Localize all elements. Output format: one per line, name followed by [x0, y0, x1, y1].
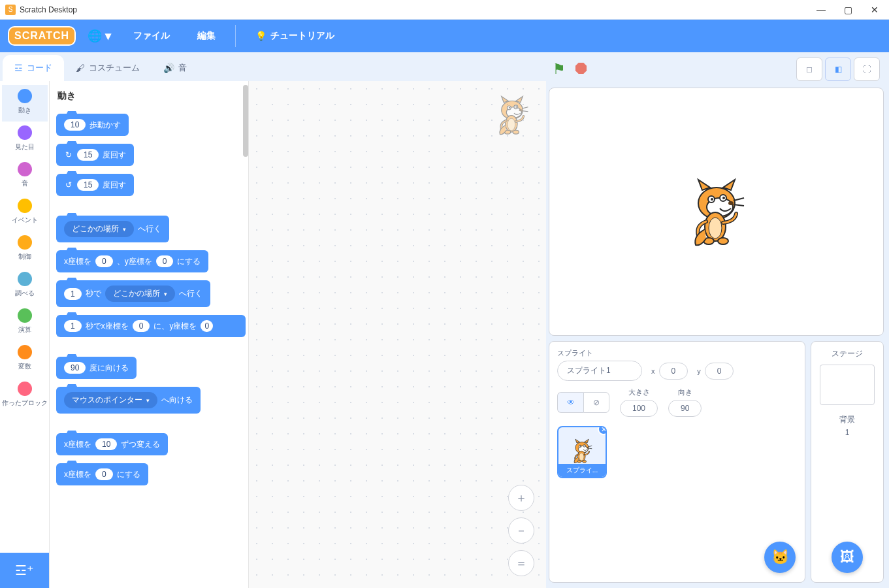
goto-y-value[interactable]: 0	[156, 255, 174, 267]
sprite-on-stage[interactable]	[684, 176, 749, 248]
stage-full-button[interactable]: ⛶	[854, 57, 880, 81]
category-variables[interactable]: 変数	[2, 341, 48, 378]
block-set-x[interactable]: x座標を 0 にする	[56, 463, 148, 485]
tab-sounds-label: 音	[178, 62, 187, 74]
palette-heading: 動き	[57, 90, 243, 102]
category-myblocks[interactable]: 作ったブロック	[2, 378, 48, 414]
sprite-tile[interactable]: ✕ スプライ...	[557, 426, 607, 478]
category-sensing[interactable]: 調べる	[2, 268, 48, 304]
stage-thumbnail[interactable]	[820, 365, 875, 405]
show-sprite-button[interactable]: 👁	[557, 392, 583, 413]
point-towards-dropdown[interactable]: マウスのポインター	[64, 392, 157, 408]
stage-large-button[interactable]: ◧	[825, 57, 851, 81]
sprite-panel-title: スプライト	[557, 348, 797, 358]
block-change-x[interactable]: x座標を 10 ずつ変える	[56, 433, 168, 455]
green-flag-button[interactable]: ⚑	[553, 61, 566, 78]
add-backdrop-button[interactable]: 🖼	[832, 542, 863, 573]
category-operators[interactable]: 演算	[2, 304, 48, 341]
script-workspace[interactable]: ＋ － ＝	[249, 81, 546, 588]
stop-button[interactable]	[575, 62, 587, 76]
tutorials-label: チュートリアル	[270, 30, 334, 42]
block-text: へ行く	[179, 288, 202, 299]
edit-menu[interactable]: 編集	[187, 30, 226, 42]
block-glide-menu[interactable]: 1 秒で どこかの場所 へ行く	[56, 280, 210, 307]
category-events[interactable]: イベント	[2, 195, 48, 231]
category-label: 演算	[2, 325, 48, 335]
block-text: 秒で	[86, 288, 101, 299]
block-turn-ccw[interactable]: ↺ 15 度回す	[56, 174, 134, 196]
goto-menu-dropdown[interactable]: どこかの場所	[64, 221, 134, 237]
eye-off-icon: ⊘	[593, 398, 600, 407]
tutorials-button[interactable]: 💡 チュートリアル	[245, 30, 345, 42]
glidexy-y-value[interactable]: 0	[201, 320, 213, 332]
hide-sprite-button[interactable]: ⊘	[583, 392, 609, 413]
glide-menu-dropdown[interactable]: どこかの場所	[105, 286, 175, 302]
block-point-towards[interactable]: マウスのポインター へ向ける	[56, 387, 201, 414]
point-dir-value[interactable]: 90	[64, 362, 86, 374]
add-sprite-button[interactable]: 🐱	[764, 542, 796, 573]
block-text: 度回す	[103, 150, 126, 161]
block-point-direction[interactable]: 90 度に向ける	[56, 357, 137, 379]
glidexy-secs-value[interactable]: 1	[64, 320, 82, 332]
backdrop-label: 背景	[839, 414, 855, 425]
stage-small-button[interactable]: ◻	[796, 57, 822, 81]
tab-costumes-label: コスチューム	[89, 62, 140, 74]
sprite-y-input[interactable]: 0	[705, 363, 734, 380]
category-color-icon	[18, 162, 32, 176]
category-motion[interactable]: 動き	[2, 85, 48, 122]
equals-icon: ＝	[515, 555, 527, 571]
set-x-value[interactable]: 0	[95, 468, 113, 480]
category-sound[interactable]: 音	[2, 158, 48, 195]
block-palette: 動き 10 歩動かす ↻ 15 度回す ↺ 15 度回す どこかの場	[50, 81, 249, 588]
block-text: 、y座標を	[117, 256, 152, 267]
sprite-size-input[interactable]: 100	[620, 400, 658, 417]
file-menu[interactable]: ファイル	[123, 30, 180, 42]
cat-plus-icon: 🐱	[771, 549, 789, 566]
code-icon: ☲	[14, 63, 23, 73]
visibility-toggle: 👁 ⊘	[557, 392, 609, 413]
tab-code[interactable]: ☲ コード	[3, 55, 64, 81]
category-looks[interactable]: 見た目	[2, 122, 48, 158]
glide-secs-value[interactable]: 1	[64, 288, 82, 300]
turn-cw-value[interactable]: 15	[77, 149, 99, 161]
move-steps-value[interactable]: 10	[64, 119, 86, 131]
tab-costumes[interactable]: 🖌 コスチューム	[64, 55, 152, 81]
category-label: 変数	[2, 362, 48, 371]
brush-icon: 🖌	[76, 63, 85, 73]
block-text: に、y座標を	[154, 321, 197, 332]
category-color-icon	[18, 199, 32, 213]
block-text: へ向ける	[161, 395, 193, 406]
delete-sprite-button[interactable]: ✕	[598, 426, 607, 435]
block-goto-menu[interactable]: どこかの場所 へ行く	[56, 216, 169, 242]
sprite-x-input[interactable]: 0	[659, 363, 688, 380]
glidexy-x-value[interactable]: 0	[133, 320, 150, 332]
zoom-reset-button[interactable]: ＝	[508, 550, 534, 576]
block-move-steps[interactable]: 10 歩動かす	[56, 114, 129, 136]
category-color-icon	[18, 308, 32, 323]
block-turn-cw[interactable]: ↻ 15 度回す	[56, 144, 134, 166]
zoom-in-button[interactable]: ＋	[508, 485, 534, 511]
scratch-logo[interactable]: SCRATCH	[8, 26, 76, 46]
goto-x-value[interactable]: 0	[95, 255, 113, 267]
stage-canvas[interactable]	[549, 88, 884, 336]
svg-marker-0	[575, 63, 587, 74]
change-x-value[interactable]: 10	[95, 438, 117, 450]
window-minimize-button[interactable]: —	[816, 5, 826, 15]
large-stage-icon: ◧	[835, 65, 842, 74]
turn-ccw-value[interactable]: 15	[77, 179, 99, 191]
block-text: 歩動かす	[89, 120, 121, 131]
block-text: x座標を	[64, 439, 91, 450]
language-menu[interactable]: 🌐 ▾	[82, 29, 116, 43]
y-label: y	[697, 367, 701, 375]
block-glide-xy[interactable]: 1 秒でx座標を 0 に、y座標を 0	[56, 315, 246, 337]
window-maximize-button[interactable]: ▢	[844, 5, 852, 15]
zoom-out-button[interactable]: －	[508, 517, 534, 544]
category-control[interactable]: 制御	[2, 231, 48, 268]
tab-sounds[interactable]: 🔊 音	[152, 55, 199, 81]
window-close-button[interactable]: ✕	[871, 5, 879, 15]
sprite-name-input[interactable]: スプライト1	[557, 361, 642, 381]
stage-header: ⚑ ◻ ◧ ⛶	[549, 56, 884, 82]
add-extension-button[interactable]: ☲⁺	[0, 553, 49, 588]
sprite-direction-input[interactable]: 90	[668, 400, 702, 417]
block-goto-xy[interactable]: x座標を 0 、y座標を 0 にする	[56, 250, 208, 272]
